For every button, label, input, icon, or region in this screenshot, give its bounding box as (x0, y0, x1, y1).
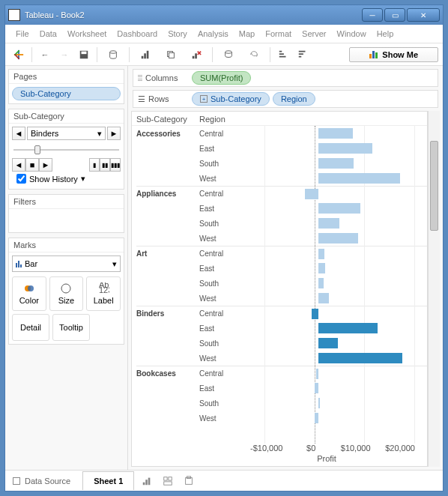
bar[interactable] (318, 323, 378, 333)
chart-row: East (136, 381, 427, 396)
sidebar: Pages Sub-Category Sub-Category ◄ Binder… (5, 66, 128, 470)
menu-dashboard[interactable]: Dashboard (112, 28, 162, 40)
marks-color-card[interactable]: Color (12, 276, 46, 311)
page-next-button[interactable]: ► (107, 127, 121, 140)
save-button[interactable] (75, 46, 93, 64)
bar[interactable] (305, 189, 318, 199)
bar[interactable] (318, 218, 339, 229)
bar[interactable] (318, 233, 358, 244)
bar[interactable] (318, 278, 324, 288)
new-dashboard-icon[interactable] (160, 473, 176, 489)
bar[interactable] (318, 128, 353, 139)
chart-row: AccessoriesCentral (136, 126, 427, 141)
speed1-button[interactable]: ▮ (89, 158, 100, 172)
marks-tooltip-card[interactable]: Tooltip (52, 314, 90, 341)
duplicate-button[interactable] (159, 46, 183, 64)
bar[interactable] (316, 369, 318, 379)
forward-button[interactable]: → (55, 46, 73, 64)
marks-size-card[interactable]: Size (49, 276, 84, 311)
row-region-label: South (199, 160, 244, 168)
menu-format[interactable]: Format (261, 28, 296, 40)
sort-desc-button[interactable] (294, 46, 312, 64)
svg-rect-27 (146, 480, 148, 485)
menu-data[interactable]: Data (35, 28, 61, 40)
menu-story[interactable]: Story (163, 28, 192, 40)
filters-panel: Filters (8, 194, 124, 233)
page-prev-button[interactable]: ◄ (12, 127, 25, 140)
speed2-button[interactable]: ▮▮ (100, 158, 110, 172)
menu-file[interactable]: File (11, 28, 34, 40)
svg-rect-16 (279, 53, 284, 55)
bar[interactable] (318, 293, 330, 303)
menu-help[interactable]: Help (372, 28, 399, 40)
axis-tick: $0 (306, 444, 315, 453)
sheet-tab[interactable]: Sheet 1 (82, 471, 134, 490)
columns-shelf[interactable]: ⦙⦙⦙Columns SUM(Profit) (133, 69, 438, 87)
sort-asc-button[interactable] (274, 46, 292, 64)
row-region-label: Central (199, 309, 244, 318)
datasource-tab[interactable]: Data Source (5, 477, 78, 486)
play-fwd-button[interactable]: ► (39, 158, 52, 172)
page-select[interactable]: Binders ▾ (27, 127, 106, 140)
svg-rect-17 (279, 55, 286, 57)
chart-row: West (136, 411, 427, 426)
bar[interactable] (318, 203, 360, 214)
chevron-down-icon[interactable]: ▾ (81, 174, 85, 184)
show-history-checkbox[interactable] (16, 174, 26, 184)
close-button[interactable]: ✕ (407, 8, 440, 22)
bar[interactable] (318, 263, 325, 273)
new-story-icon[interactable] (181, 473, 197, 489)
speed3-button[interactable]: ▮▮▮ (110, 158, 121, 172)
bar[interactable] (318, 249, 324, 259)
bar[interactable] (318, 398, 320, 408)
rows-shelf[interactable]: ☰Rows +Sub-CategoryRegion (133, 90, 438, 108)
chart-row: ArtCentral (136, 246, 427, 261)
swap-button[interactable] (217, 46, 240, 64)
rows-pill-0[interactable]: +Sub-Category (192, 92, 270, 106)
new-worksheet-icon[interactable] (139, 473, 155, 489)
bar[interactable] (318, 173, 400, 184)
datasource-button[interactable] (101, 46, 125, 64)
bar[interactable] (315, 383, 318, 393)
rows-pill-1[interactable]: Region (273, 92, 315, 106)
clear-button[interactable] (184, 46, 208, 64)
marks-type-select[interactable]: Bar ▾ (12, 255, 121, 272)
back-button[interactable]: ← (36, 46, 54, 64)
page-slider[interactable] (13, 145, 119, 155)
columns-pill-0[interactable]: SUM(Profit) (192, 71, 251, 85)
bar[interactable] (318, 338, 338, 348)
marks-header: Marks (9, 238, 124, 252)
menu-worksheet[interactable]: Worksheet (63, 28, 111, 40)
pill-label: Region (281, 94, 307, 103)
minimize-button[interactable]: ─ (362, 8, 383, 22)
marks-label-card[interactable]: Abc123 Label (86, 276, 121, 311)
menu-server[interactable]: Server (297, 28, 330, 40)
vertical-scrollbar[interactable] (428, 111, 440, 467)
menu-window[interactable]: Window (333, 28, 371, 40)
bar[interactable] (318, 353, 402, 363)
svg-rect-13 (195, 53, 197, 58)
svg-rect-31 (164, 481, 172, 484)
svg-rect-15 (279, 50, 282, 52)
logo-icon[interactable] (10, 46, 28, 64)
play-back-button[interactable]: ◄ (12, 158, 25, 172)
play-stop-button[interactable]: ■ (25, 158, 39, 172)
row-region-label: South (199, 220, 244, 228)
chart-row: West (136, 231, 427, 246)
menu-map[interactable]: Map (234, 28, 259, 40)
new-worksheet-button[interactable] (133, 46, 157, 64)
show-me-button[interactable]: Show Me (349, 47, 438, 62)
refresh-button[interactable] (242, 46, 266, 64)
pages-panel: Pages Sub-Category (8, 69, 124, 104)
bar[interactable] (315, 413, 318, 423)
chart-row: East (136, 201, 427, 216)
bar[interactable] (318, 143, 373, 154)
bar[interactable] (312, 309, 318, 319)
marks-detail-card[interactable]: Detail (12, 314, 49, 341)
bar[interactable] (318, 158, 354, 169)
maximize-button[interactable]: ▭ (384, 8, 405, 22)
row-region-label: West (199, 414, 244, 423)
svg-rect-20 (299, 55, 302, 57)
pages-pill[interactable]: Sub-Category (12, 87, 121, 100)
menu-analysis[interactable]: Analysis (193, 28, 233, 40)
